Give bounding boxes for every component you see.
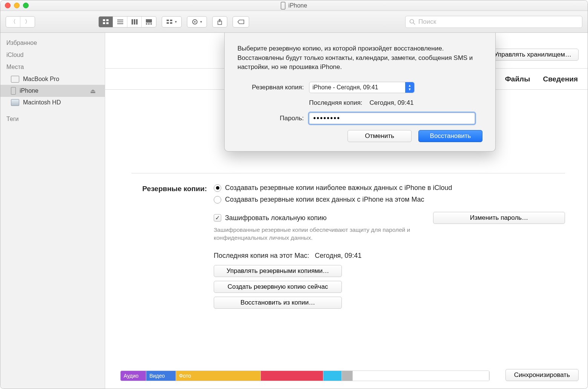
radio-icon [214,196,221,204]
radio-icloud[interactable]: Создавать резервные копии наиболее важны… [214,184,565,192]
svg-rect-7 [132,19,133,25]
radio-label: Создавать резервные копии наиболее важны… [225,184,452,192]
nav-buttons: 〈 〉 [6,16,35,28]
sidebar-item-label: MacBook Pro [23,76,59,83]
eject-icon[interactable]: ⏏ [90,87,96,95]
svg-rect-14 [167,20,169,21]
last-backup-label: Последняя копия на этот Mac: [214,252,309,259]
back-button[interactable]: 〈 [6,17,20,27]
storage-segment: Фото [176,371,261,381]
svg-rect-2 [103,22,105,24]
window-controls [5,3,29,8]
svg-rect-13 [150,23,152,25]
backup-select-value: iPhone - Сегодня, 09:41 [312,84,378,91]
window-title: iPhone [288,2,307,9]
sidebar-heading-icloud: iCloud [0,49,105,61]
storage-segment: Аудио [121,371,146,381]
password-label: Пароль: [237,115,309,122]
toolbar: 〈 〉 ▾ ▾ Поиск [0,11,588,33]
svg-rect-1 [106,19,109,21]
backup-now-button[interactable]: Создать резервную копию сейчас [214,281,342,293]
sidebar-heading-favorites: Избранное [0,37,105,49]
svg-rect-0 [103,19,105,21]
restore-button[interactable]: Восстановить [418,130,482,142]
svg-rect-4 [117,20,123,20]
manage-backups-button[interactable]: Управлять резервными копиями… [214,265,342,277]
svg-rect-11 [146,23,147,25]
radio-label: Создавать резервные копии всех данных с … [225,196,424,204]
gallery-view-button[interactable] [142,17,156,27]
sidebar-heading-tags: Теги [0,113,105,126]
storage-segment [261,371,323,381]
last-backup-value: Сегодня, 09:41 [315,252,361,259]
svg-rect-17 [170,22,172,24]
chevron-updown-icon: ▲▼ [405,82,414,93]
minimize-icon[interactable] [14,3,20,8]
finder-window: iPhone 〈 〉 ▾ ▾ Поиск Избранное iCloud М [0,0,588,389]
svg-rect-12 [148,23,150,25]
storage-segment: Видео [146,371,176,381]
restore-from-backup-button[interactable]: Восстановить из копии… [214,297,342,309]
search-icon [409,19,415,25]
svg-rect-10 [146,19,152,23]
encrypt-checkbox[interactable]: ✓ [214,214,221,222]
change-password-button[interactable]: Изменить пароль… [433,212,565,224]
sidebar-item-macintosh-hd[interactable]: Macintosh HD [0,97,105,108]
hard-drive-icon [11,99,19,106]
view-mode-segment [98,16,156,28]
svg-rect-6 [117,23,123,24]
manage-storage-button[interactable]: Управлять хранилищем… [487,49,579,61]
last-copy-label: Последняя копия: [309,99,362,106]
dialog-description: Выберите резервную копию, из которой про… [237,44,482,72]
phone-icon [11,87,16,95]
action-button[interactable]: ▾ [187,16,207,28]
svg-rect-3 [106,22,109,24]
svg-point-21 [410,19,414,23]
svg-line-22 [413,23,415,25]
close-icon[interactable] [5,3,11,8]
zoom-icon[interactable] [23,3,29,8]
main-content: Управлять хранилищем… Фото Файлы Сведени… [105,33,588,389]
storage-segment [323,371,342,381]
search-placeholder: Поиск [418,18,436,26]
sidebar-item-macbook[interactable]: MacBook Pro [0,74,105,85]
storage-bar: АудиоВидеоФото [120,371,490,381]
svg-point-19 [194,21,196,23]
restore-dialog: Выберите резервную копию, из которой про… [224,33,496,152]
svg-rect-16 [167,22,169,24]
svg-rect-15 [170,20,172,21]
share-button[interactable] [212,16,227,28]
list-view-button[interactable] [113,17,127,27]
cancel-button[interactable]: Отменить [348,130,412,142]
icon-view-button[interactable] [99,17,113,27]
encrypt-label: Зашифровать локальную копию [225,214,327,222]
group-by-button[interactable]: ▾ [162,16,182,28]
tab-files[interactable]: Файлы [505,75,530,83]
password-input[interactable] [309,113,475,124]
backup-select[interactable]: iPhone - Сегодня, 09:41 ▲▼ [309,82,415,93]
sync-button[interactable]: Синхронизировать [505,369,579,381]
tags-button[interactable] [233,16,249,28]
radio-icon [214,184,221,192]
forward-button[interactable]: 〉 [20,17,35,27]
sidebar: Избранное iCloud Места MacBook Pro iPhon… [0,33,105,389]
sidebar-item-label: iPhone [20,87,38,94]
sidebar-item-iphone[interactable]: iPhone ⏏ [0,85,105,97]
search-input[interactable]: Поиск [405,16,582,28]
radio-this-mac[interactable]: Создавать резервные копии всех данных с … [214,196,565,204]
backup-select-label: Резервная копия: [237,84,309,91]
titlebar: iPhone [0,0,588,11]
sidebar-item-label: Macintosh HD [23,99,61,106]
svg-rect-5 [117,21,123,22]
last-copy-value: Сегодня, 09:41 [369,99,413,106]
phone-icon [281,2,285,9]
svg-rect-9 [136,19,138,25]
tab-info[interactable]: Сведения [543,75,578,83]
column-view-button[interactable] [127,17,142,27]
storage-segment [342,371,353,381]
encrypt-note: Зашифрованные резервные копии обеспечива… [214,226,417,242]
sidebar-heading-places: Места [0,61,105,74]
svg-rect-8 [134,19,135,25]
backups-label: Резервные копии: [132,184,207,309]
laptop-icon [11,76,19,83]
